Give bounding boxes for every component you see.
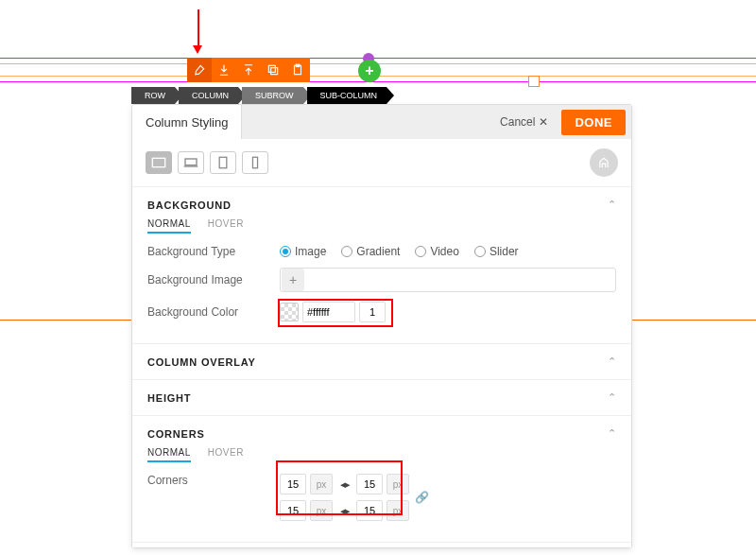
svg-rect-5 bbox=[185, 159, 197, 165]
corners-sync-tl-tr[interactable]: ◂ ▸ bbox=[340, 478, 349, 491]
device-laptop-button[interactable] bbox=[178, 151, 204, 174]
styling-panel: Column Styling Cancel ✕ DONE BACKGROUND … bbox=[131, 104, 632, 548]
corner-br-input[interactable] bbox=[356, 500, 383, 521]
export-button[interactable] bbox=[236, 58, 261, 82]
element-action-bar bbox=[187, 58, 310, 82]
add-element-button[interactable]: + bbox=[358, 60, 381, 82]
corners-sync-bl-br[interactable]: ◂ ▸ bbox=[340, 505, 349, 517]
section-height-title: HEIGHT bbox=[147, 392, 191, 404]
corner-bl-unit[interactable]: px bbox=[310, 500, 333, 521]
svg-rect-4 bbox=[152, 158, 164, 166]
corner-tr-input[interactable] bbox=[356, 474, 383, 494]
breadcrumb-column[interactable]: COLUMN bbox=[179, 87, 238, 104]
duplicate-button[interactable] bbox=[261, 58, 285, 82]
breadcrumb: ROW COLUMN SUBROW SUB-COLUMN bbox=[131, 87, 390, 104]
device-tablet-button[interactable] bbox=[210, 151, 236, 174]
corners-grid: px ◂ ▸ px px ◂ ▸ px bbox=[280, 474, 409, 521]
background-color-label: Background Color bbox=[147, 305, 280, 319]
chevron-up-icon: ⌃ bbox=[608, 356, 616, 368]
svg-rect-7 bbox=[252, 157, 257, 167]
section-overlay-title: COLUMN OVERLAY bbox=[147, 356, 256, 368]
reset-styles-button[interactable] bbox=[590, 148, 618, 177]
corner-tr-unit[interactable]: px bbox=[387, 474, 409, 494]
device-mobile-button[interactable] bbox=[242, 151, 268, 174]
svg-rect-1 bbox=[268, 65, 275, 72]
device-desktop-button[interactable] bbox=[146, 151, 172, 174]
import-button[interactable] bbox=[212, 58, 236, 82]
link-corners-icon[interactable]: 🔗 bbox=[415, 491, 429, 504]
close-icon: ✕ bbox=[539, 115, 548, 129]
corner-bl-input[interactable] bbox=[280, 500, 306, 521]
breadcrumb-row[interactable]: ROW bbox=[131, 87, 175, 104]
color-hex-input[interactable] bbox=[302, 302, 355, 322]
breadcrumb-subrow[interactable]: SUBROW bbox=[242, 87, 303, 104]
bg-type-gradient-radio[interactable]: Gradient bbox=[341, 245, 400, 258]
svg-rect-0 bbox=[271, 68, 278, 75]
section-overlay-header[interactable]: COLUMN OVERLAY ⌃ bbox=[147, 356, 616, 368]
bg-type-slider-radio[interactable]: Slider bbox=[474, 245, 519, 258]
background-image-label: Background Image bbox=[147, 273, 280, 286]
style-brush-button[interactable] bbox=[187, 58, 212, 82]
corner-br-unit[interactable]: px bbox=[387, 500, 409, 521]
cancel-label: Cancel bbox=[500, 115, 535, 129]
background-tab-hover[interactable]: HOVER bbox=[208, 218, 244, 234]
section-shadow: SHADOW ⌃ bbox=[132, 543, 631, 548]
device-toggle-row bbox=[132, 139, 631, 187]
corner-tl-input[interactable] bbox=[280, 474, 306, 494]
done-button[interactable]: DONE bbox=[561, 110, 626, 135]
chevron-up-icon: ⌃ bbox=[608, 427, 616, 440]
column-resize-handle[interactable] bbox=[528, 76, 540, 87]
add-image-button[interactable]: + bbox=[282, 269, 304, 291]
panel-title: Column Styling bbox=[132, 105, 242, 139]
panel-header: Column Styling Cancel ✕ DONE bbox=[132, 105, 631, 139]
section-corners-header[interactable]: CORNERS ⌃ bbox=[147, 427, 616, 440]
section-corners-title: CORNERS bbox=[147, 428, 205, 440]
clipboard-button[interactable] bbox=[285, 58, 310, 82]
bg-type-video-radio[interactable]: Video bbox=[415, 245, 458, 258]
section-background: BACKGROUND ⌃ NORMAL HOVER Background Typ… bbox=[132, 187, 631, 344]
cancel-button[interactable]: Cancel ✕ bbox=[492, 115, 556, 129]
background-type-label: Background Type bbox=[147, 245, 280, 258]
section-background-header[interactable]: BACKGROUND ⌃ bbox=[147, 199, 616, 211]
bg-type-image-radio[interactable]: Image bbox=[280, 245, 326, 258]
breadcrumb-subcolumn[interactable]: SUB-COLUMN bbox=[307, 87, 387, 104]
color-swatch[interactable] bbox=[280, 303, 299, 321]
section-height-header[interactable]: HEIGHT ⌃ bbox=[147, 391, 616, 404]
color-alpha-input[interactable] bbox=[359, 302, 386, 322]
corner-tl-unit[interactable]: px bbox=[310, 474, 333, 494]
section-background-title: BACKGROUND bbox=[147, 199, 232, 211]
section-height: HEIGHT ⌃ bbox=[132, 380, 631, 416]
chevron-up-icon: ⌃ bbox=[608, 199, 616, 211]
section-overlay: COLUMN OVERLAY ⌃ bbox=[132, 344, 631, 380]
section-corners: CORNERS ⌃ NORMAL HOVER Corners px ◂ ▸ px… bbox=[132, 416, 631, 543]
background-image-field[interactable]: + bbox=[280, 268, 616, 292]
chevron-up-icon: ⌃ bbox=[608, 391, 616, 404]
corners-label: Corners bbox=[147, 474, 280, 487]
corners-tab-hover[interactable]: HOVER bbox=[208, 447, 244, 462]
background-tab-normal[interactable]: NORMAL bbox=[147, 218, 191, 234]
corners-tab-normal[interactable]: NORMAL bbox=[147, 447, 191, 462]
svg-rect-6 bbox=[219, 157, 227, 167]
